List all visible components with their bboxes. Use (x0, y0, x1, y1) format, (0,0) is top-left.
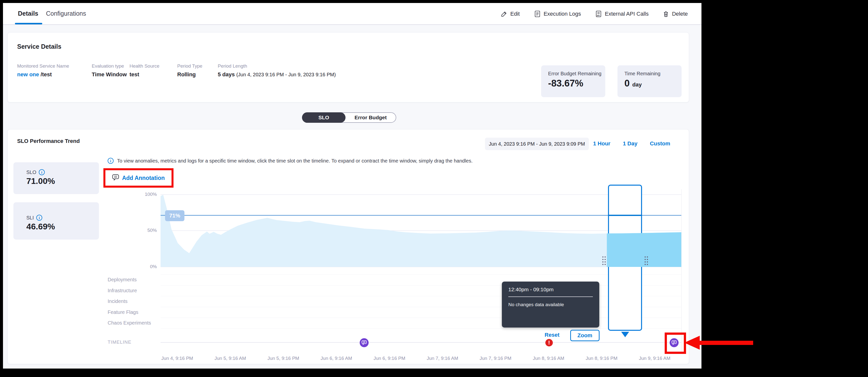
delete-button[interactable]: Delete (663, 11, 688, 18)
document-icon (534, 10, 540, 18)
field-period-length: Period Length 5 days (Jun 4, 2023 9:16 P… (218, 63, 336, 78)
tooltip-divider (508, 296, 593, 297)
execution-logs-button[interactable]: Execution Logs (534, 10, 581, 18)
tooltip-time-range: 12:40pm - 09:10pm (508, 286, 593, 292)
trend-title: SLO Performance Trend (17, 138, 80, 145)
annotation-marker-icon[interactable] (360, 338, 369, 347)
toggle-error-budget[interactable]: Error Budget (345, 113, 396, 122)
field-label: Period Length (218, 63, 336, 69)
tab-configurations[interactable]: Configurations (46, 10, 86, 17)
field-period-type: Period Type Rolling (177, 63, 202, 78)
info-icon[interactable]: i (36, 215, 42, 221)
service-details-card: Service Details Monitored Service Name n… (7, 32, 689, 102)
changes-tooltip: 12:40pm - 09:10pm No changes data availa… (502, 282, 599, 327)
slo-target-line (161, 215, 681, 216)
selection-left-handle[interactable] (602, 256, 606, 266)
add-annotation-button[interactable]: Add Annotation (122, 175, 165, 181)
x-tick-label: Jun 7, 9:16 AM (427, 356, 458, 361)
x-tick-label: Jun 4, 9:16 PM (161, 356, 193, 361)
edit-button[interactable]: Edit (501, 11, 520, 17)
service-details-title: Service Details (17, 43, 61, 50)
x-tick-label: Jun 8, 9:16 AM (533, 356, 564, 361)
field-evaluation-type: Evaluation type Time Window (92, 63, 127, 78)
chart-row-label-incidents: Incidents (107, 299, 127, 304)
row-separator (161, 285, 681, 286)
time-window-selection[interactable] (608, 185, 642, 331)
slo-kpi-card: SLO i 71.00% (13, 162, 99, 194)
x-tick-label: Jun 8, 9:16 PM (586, 356, 617, 361)
tooltip-message: No changes data available (508, 302, 593, 307)
y-tick-label: 0% (140, 264, 157, 270)
date-range-chip[interactable]: Jun 4, 2023 9:16 PM - Jun 9, 2023 9:09 P… (485, 138, 589, 150)
slo-error-budget-toggle: SLO Error Budget (302, 112, 396, 123)
chart-row-label-chaos-experiments: Chaos Experiments (107, 320, 151, 326)
monitored-service-link[interactable]: new one (17, 71, 39, 77)
x-tick-label: Jun 7, 9:16 PM (479, 356, 511, 361)
svg-text:API: API (597, 15, 600, 17)
external-api-calls-label: External API Calls (605, 11, 649, 17)
kpi-label: SLI (26, 215, 34, 221)
tab-details[interactable]: Details (18, 10, 38, 17)
info-text: To view anomalies, metrics and logs for … (117, 158, 472, 164)
info-banner: i To view anomalies, metrics and logs fo… (107, 158, 472, 164)
reset-button[interactable]: Reset (545, 332, 560, 338)
kpi-value: 46.69% (26, 222, 99, 231)
field-monitored-service: Monitored Service Name new one /test (17, 63, 69, 78)
info-icon: i (107, 158, 114, 164)
info-icon[interactable]: i (39, 169, 45, 175)
api-document-icon: API (595, 10, 602, 18)
row-separator (161, 328, 681, 329)
external-api-calls-button[interactable]: API External API Calls (595, 10, 649, 18)
time-remaining-card: Time Remaining 0 day (617, 65, 682, 97)
kpi-value: 71.00% (26, 176, 99, 186)
x-tick-label: Jun 6, 9:16 PM (374, 356, 405, 361)
field-label: Monitored Service Name (17, 63, 69, 69)
toggle-slo[interactable]: SLO (302, 112, 345, 123)
annotation-highlight-box (665, 333, 686, 354)
callout-arrow-icon (684, 336, 700, 350)
time-range-link-1-hour[interactable]: 1 Hour (593, 140, 611, 147)
chart-row-label-feature-flags: Feature Flags (107, 309, 138, 315)
pencil-icon (501, 11, 507, 17)
field-label: Period Type (177, 63, 202, 69)
x-tick-label: Jun 5, 9:16 AM (215, 356, 246, 361)
chart-row-label-deployments: Deployments (107, 277, 137, 283)
timeline-axis (161, 342, 681, 343)
time-range-links: 1 Hour1 DayCustom (593, 140, 685, 147)
stat-unit: day (632, 82, 642, 88)
row-separator (161, 307, 681, 307)
active-tab-indicator (15, 23, 42, 24)
stat-value: -83.67% (548, 78, 605, 89)
error-marker-icon[interactable]: ! (545, 339, 553, 346)
x-tick-label: Jun 6, 9:16 AM (321, 356, 352, 361)
comment-bubble-icon (112, 174, 119, 182)
timeline-label: TIMELINE (107, 340, 131, 345)
stat-label: Error Budget Remaining (548, 71, 605, 76)
delete-label: Delete (672, 11, 688, 17)
error-budget-remaining-card: Error Budget Remaining -83.67% (541, 65, 605, 97)
header-bar: Details Configurations Edit Execution Lo… (3, 3, 702, 25)
field-value: 5 days (218, 71, 235, 77)
execution-logs-label: Execution Logs (544, 11, 581, 17)
plot-right-border (681, 189, 682, 353)
field-detail: (Jun 4, 2023 9:16 PM - Jun 9, 2023 9:16 … (237, 72, 336, 77)
monitored-service-suffix: /test (40, 71, 52, 77)
x-tick-label: Jun 5, 9:16 PM (268, 356, 299, 361)
x-tick-label: Jun 9, 9:16 AM (639, 356, 671, 361)
field-label: Evaluation type (92, 63, 127, 69)
trash-icon (663, 11, 669, 18)
selection-pointer-icon (621, 332, 629, 337)
callout-arrow-shaft (700, 341, 753, 345)
time-range-link-1-day[interactable]: 1 Day (623, 140, 638, 147)
add-annotation-highlight-box: Add Annotation (103, 168, 174, 188)
slo-target-tag: 71% (165, 210, 184, 221)
field-value: Time Window (92, 71, 127, 78)
chart-row-label-infrastructure: Infrastructure (107, 288, 137, 293)
row-separator (161, 274, 681, 275)
selection-right-handle[interactable] (644, 256, 648, 266)
zoom-button[interactable]: Zoom (570, 330, 599, 341)
time-range-link-custom[interactable]: Custom (650, 140, 670, 147)
field-health-source: Health Source test (129, 63, 159, 78)
edit-label: Edit (510, 11, 520, 17)
y-tick-label: 50% (140, 228, 157, 233)
